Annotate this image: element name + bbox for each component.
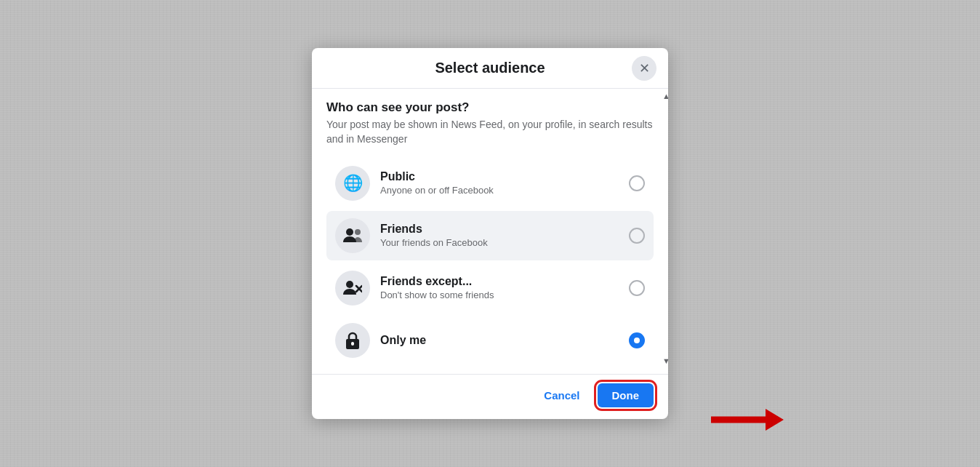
modal-title: Select audience (435, 60, 545, 76)
friends-label: Friends (380, 223, 619, 236)
friends-except-radio[interactable] (629, 280, 645, 296)
select-audience-modal: Select audience ✕ ▲ Who can see your pos… (312, 48, 668, 418)
option-friends-except[interactable]: Friends except... Don't show to some fri… (326, 263, 654, 313)
svg-point-0 (346, 228, 353, 236)
only-me-label: Only me (380, 334, 619, 347)
modal-footer: Cancel Done (312, 374, 668, 419)
friends-except-sublabel: Don't show to some friends (380, 290, 619, 300)
public-radio[interactable] (629, 175, 645, 191)
only-me-text: Only me (380, 334, 619, 347)
option-only-me[interactable]: Only me (326, 316, 654, 365)
public-label: Public (380, 170, 619, 183)
only-me-radio[interactable] (629, 332, 645, 348)
friends-except-icon (335, 271, 370, 306)
option-public[interactable]: 🌐 Public Anyone on or off Facebook (326, 159, 654, 208)
friends-text: Friends Your friends on Facebook (380, 223, 619, 248)
svg-point-2 (346, 281, 353, 288)
close-button[interactable]: ✕ (632, 56, 656, 81)
section-description: Your post may be shown in News Feed, on … (326, 118, 654, 146)
svg-rect-6 (351, 342, 354, 346)
svg-point-1 (355, 229, 361, 235)
arrow-shape (711, 409, 784, 431)
friends-icon (335, 218, 370, 253)
public-icon: 🌐 (335, 166, 370, 201)
scroll-down-indicator: ▼ (659, 354, 668, 368)
public-sublabel: Anyone on or off Facebook (380, 185, 619, 196)
red-arrow-indicator (711, 409, 784, 431)
friends-except-text: Friends except... Don't show to some fri… (380, 275, 619, 300)
cancel-button[interactable]: Cancel (532, 383, 591, 407)
section-heading: Who can see your post? (326, 100, 654, 115)
only-me-icon (335, 323, 370, 358)
modal-body: ▲ Who can see your post? Your post may b… (312, 89, 668, 367)
modal-header: Select audience ✕ (312, 48, 668, 89)
public-text: Public Anyone on or off Facebook (380, 170, 619, 196)
friends-radio[interactable] (629, 228, 645, 244)
scroll-up-indicator: ▲ (659, 89, 668, 103)
friends-sublabel: Your friends on Facebook (380, 237, 619, 248)
option-friends[interactable]: Friends Your friends on Facebook (326, 211, 654, 260)
friends-except-label: Friends except... (380, 275, 619, 288)
done-button[interactable]: Done (598, 383, 654, 407)
